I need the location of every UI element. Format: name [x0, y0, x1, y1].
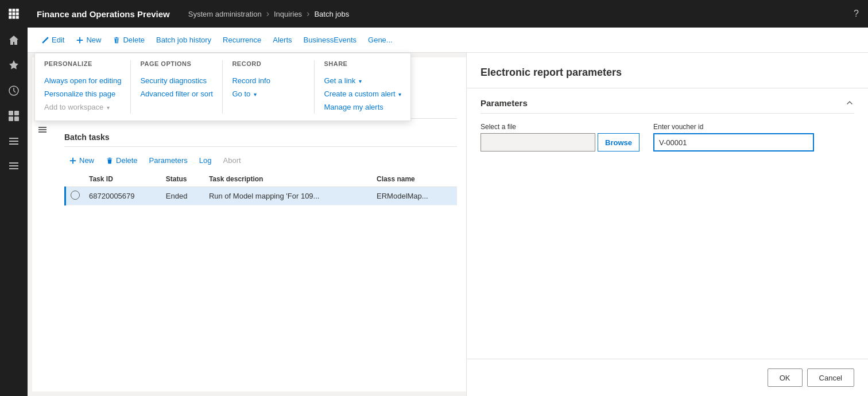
dropdown-personalize-page[interactable]: Personalize this page	[44, 87, 121, 100]
recent-icon[interactable]	[0, 78, 28, 103]
row-class-name: ERModelMap...	[372, 187, 457, 205]
svg-rect-24	[38, 127, 46, 128]
svg-rect-15	[9, 141, 18, 142]
table-col-task-id: Task ID	[84, 172, 161, 187]
svg-rect-6	[9, 16, 11, 19]
row-radio-icon	[71, 191, 80, 200]
voucher-id-input[interactable]	[653, 133, 814, 152]
dropdown-share-title: Share	[324, 60, 401, 69]
delete-icon	[113, 36, 121, 44]
row-radio-cell	[65, 187, 85, 205]
svg-rect-13	[14, 117, 19, 121]
select-file-field: Select a file Browse	[480, 123, 640, 152]
svg-rect-5	[16, 13, 19, 15]
table-col-task-desc: Task description	[204, 172, 372, 187]
workspaces-icon[interactable]	[0, 103, 28, 129]
general-button[interactable]: Gene...	[363, 33, 397, 46]
breadcrumb-sep-2: ›	[307, 9, 309, 19]
batch-job-history-button[interactable]: Batch job history	[152, 33, 216, 46]
svg-rect-11	[14, 111, 19, 115]
svg-rect-2	[16, 9, 19, 11]
topbar-right: ?	[854, 9, 859, 19]
business-events-button[interactable]: BusinessEvents	[299, 33, 362, 46]
svg-rect-18	[9, 165, 18, 166]
commandbar: Edit New Delete Batch job history Recurr…	[28, 28, 868, 53]
dropdown-page-options-section: Page options Security diagnostics Advanc…	[130, 60, 222, 114]
table-col-status: Status	[161, 172, 204, 187]
svg-rect-17	[9, 162, 18, 164]
select-file-label: Select a file	[480, 123, 640, 131]
link-chevron-icon: ▾	[359, 78, 362, 84]
main-area: Finance and Operations Preview System ad…	[28, 0, 868, 396]
svg-rect-14	[9, 138, 18, 139]
dropdown-share-section: Share Get a link ▾ Create a custom alert…	[314, 60, 410, 114]
svg-rect-19	[9, 168, 18, 169]
new-icon	[76, 36, 84, 44]
dropdown-personalize-title: Personalize	[44, 60, 121, 69]
dropdown-record-info[interactable]: Record info	[232, 74, 305, 87]
dropdown-record-section: Record Record info Go to ▾	[222, 60, 314, 114]
right-panel-footer: OK Cancel	[467, 359, 868, 396]
workspace-chevron-icon: ▾	[107, 104, 110, 111]
svg-rect-25	[38, 129, 46, 130]
dropdown-custom-alert[interactable]: Create a custom alert ▾	[324, 87, 401, 100]
params-section-header: Parameters	[480, 98, 854, 114]
dropdown-manage-alerts[interactable]: Manage my alerts	[324, 100, 401, 114]
right-panel-header: Electronic report parameters	[467, 53, 868, 88]
dropdown-go-to[interactable]: Go to ▾	[232, 87, 305, 100]
voucher-id-label: Enter voucher id	[653, 123, 814, 131]
tasks-section: Batch tasks New	[64, 128, 457, 205]
select-file-input[interactable]	[480, 133, 595, 152]
tasks-new-icon	[69, 157, 77, 165]
delete-button[interactable]: Delete	[108, 33, 149, 46]
dropdown-personalize-section: Personalize Always open for editing Pers…	[35, 60, 130, 114]
lines-icon[interactable]	[34, 122, 51, 138]
ok-button[interactable]: OK	[768, 368, 803, 387]
table-col-class-name: Class name	[372, 172, 457, 187]
dropdown-advanced-filter[interactable]: Advanced filter or sort	[140, 87, 213, 100]
alerts-button[interactable]: Alerts	[268, 33, 296, 46]
svg-rect-3	[9, 13, 11, 15]
chevron-up-icon	[845, 98, 854, 107]
recurrence-button[interactable]: Recurrence	[218, 33, 266, 46]
waffle-button[interactable]	[0, 0, 28, 28]
table-row[interactable]: 68720005679 Ended Run of Model mapping '…	[65, 187, 458, 205]
dropdown-page-options-title: Page options	[140, 60, 213, 69]
edit-button[interactable]: Edit	[37, 33, 69, 46]
row-task-desc: Run of Model mapping 'For 109...	[204, 187, 372, 205]
params-fields: Select a file Browse Enter voucher id	[480, 123, 854, 152]
svg-rect-8	[16, 16, 19, 19]
dropdown-always-open-editing[interactable]: Always open for editing	[44, 74, 121, 87]
svg-rect-12	[9, 117, 13, 121]
cancel-button[interactable]: Cancel	[807, 368, 854, 387]
edit-icon	[41, 36, 49, 44]
params-collapse-button[interactable]	[845, 98, 854, 108]
dropdown-security-diagnostics[interactable]: Security diagnostics	[140, 74, 213, 87]
dropdown-get-link[interactable]: Get a link ▾	[324, 74, 401, 87]
dropdown-add-workspace[interactable]: Add to workspace ▾	[44, 100, 121, 114]
breadcrumb-batch-jobs[interactable]: Batch jobs	[314, 10, 349, 18]
tasks-abort-button[interactable]: Abort	[219, 154, 246, 167]
topbar: Finance and Operations Preview System ad…	[28, 0, 868, 28]
tasks-new-button[interactable]: New	[64, 154, 99, 167]
help-icon[interactable]: ?	[854, 9, 859, 19]
table-col-radio	[65, 172, 85, 187]
row-task-id: 68720005679	[84, 187, 161, 205]
new-button[interactable]: New	[71, 33, 106, 46]
tasks-toolbar: New Delete Parameters Log	[64, 154, 457, 167]
app-title: Finance and Operations Preview	[37, 9, 170, 19]
goto-chevron-icon: ▾	[254, 91, 257, 98]
menu-expand-icon[interactable]	[0, 154, 28, 179]
list-icon[interactable]	[0, 129, 28, 154]
select-file-input-row: Browse	[480, 133, 640, 152]
tasks-parameters-button[interactable]: Parameters	[145, 154, 192, 167]
svg-rect-16	[9, 143, 18, 145]
batch-tasks-section-header: Batch tasks	[64, 128, 457, 147]
tasks-delete-button[interactable]: Delete	[101, 154, 142, 167]
browse-button[interactable]: Browse	[598, 133, 640, 152]
breadcrumb-inquiries[interactable]: Inquiries	[274, 10, 302, 18]
favorites-icon[interactable]	[0, 53, 28, 78]
breadcrumb-system-admin[interactable]: System administration	[188, 10, 262, 18]
tasks-log-button[interactable]: Log	[195, 154, 216, 167]
home-icon[interactable]	[0, 28, 28, 53]
